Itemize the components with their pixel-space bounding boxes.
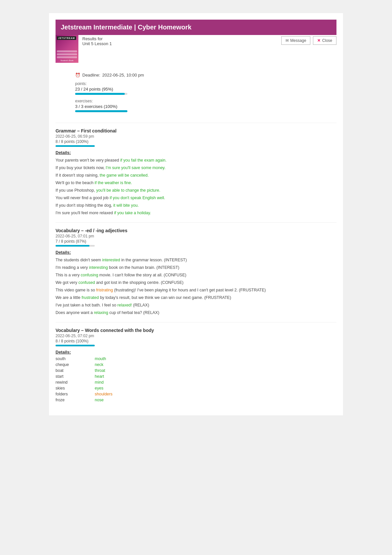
section-title-0: Grammar – First conditional: [56, 128, 336, 133]
sentence-row-1-2: This is a very confusing movie. I can't …: [56, 272, 336, 278]
results-for-label: Results for: [82, 36, 281, 41]
sentence-row-1-6: I've just taken a hot bath. I feel so re…: [56, 302, 336, 308]
highlight-0-0: if you fail the exam again.: [120, 158, 167, 163]
highlight-0-1: I'm sure you'll save some money.: [106, 165, 166, 170]
vocab-val-2-5: eyes: [95, 386, 103, 390]
points-progress-bar: [75, 93, 127, 95]
highlight-0-2: the game will be cancelled.: [100, 173, 149, 178]
section-progress-1: [56, 245, 95, 247]
highlight-1-2: confusing: [81, 273, 98, 277]
section-0: Grammar – First conditional 2022-06-25, …: [56, 123, 336, 222]
header-buttons: ✉ Message ✕ Close: [281, 35, 336, 45]
vocab-row-2-6: folders shoulders: [56, 392, 336, 396]
message-button[interactable]: ✉ Message: [281, 36, 311, 45]
vocab-table-2: south mouth cheque neck boat throat star…: [56, 356, 336, 402]
details-label-0: Details:: [56, 150, 336, 155]
highlight-0-6: it will bite you.: [113, 203, 139, 208]
clock-icon: ⏰: [75, 73, 80, 78]
vocab-row-2-2: boat throat: [56, 368, 336, 373]
vocab-val-2-2: throat: [95, 368, 105, 373]
section-progress-2: [56, 345, 95, 346]
exercises-value: 3 / 3 exercises (100%): [75, 104, 317, 109]
section-points-0: 8 / 8 points (100%): [56, 139, 336, 144]
vocab-val-2-1: neck: [95, 362, 103, 367]
results-unit: Unit 5 Lesson 1: [82, 41, 281, 46]
sentence-row-1-3: We got very confused and got lost in the…: [56, 279, 336, 286]
section-progress-fill-1: [56, 245, 90, 247]
points-label: points:: [75, 81, 317, 86]
sentence-row-1-7: Does anyone want a relaxing cup of herba…: [56, 309, 336, 316]
vocab-row-2-0: south mouth: [56, 356, 336, 361]
vocab-val-2-6: shoulders: [95, 392, 112, 396]
message-button-label: Message: [290, 38, 306, 43]
vocab-key-2-4: rewind: [56, 380, 82, 385]
section-points-2: 8 / 8 points (100%): [56, 339, 336, 343]
section-title-2: Vocabulary – Words connected with the bo…: [56, 328, 336, 333]
book-cover: JETSTREAM Student's Book: [56, 35, 78, 63]
vocab-key-2-1: cheque: [56, 362, 82, 367]
sentence-row-0-6: If you don't stop hitting the dog, it wi…: [56, 202, 336, 209]
vocab-key-2-5: skies: [56, 386, 82, 390]
highlight-1-3: confused: [78, 280, 95, 285]
sentence-row-0-4: If you use Photoshop, you'll be able to …: [56, 187, 336, 194]
close-icon: ✕: [317, 38, 320, 43]
stats-section: ⏰ Deadline: 2022-06-25, 10:00 pm points:…: [56, 69, 336, 123]
points-progress-fill: [75, 93, 125, 95]
book-line: [57, 53, 77, 55]
vocab-key-2-6: folders: [56, 392, 82, 396]
section-date-2: 2022-06-25, 07:02 pm: [56, 334, 336, 338]
highlight-1-6: relaxed!: [117, 303, 132, 307]
vocab-val-2-3: heart: [95, 374, 104, 379]
section-date-1: 2022-06-25, 07:01 pm: [56, 234, 336, 238]
highlight-0-3: if the weather is fine.: [95, 181, 132, 185]
sentence-row-0-2: If it doesn't stop raining, the game wil…: [56, 172, 336, 179]
section-1: Vocabulary – -ed / -ing adjectives 2022-…: [56, 222, 336, 322]
envelope-icon: ✉: [286, 38, 289, 43]
vocab-val-2-4: mind: [95, 380, 104, 385]
sentence-row-1-5: We are a little frustrated by today's re…: [56, 294, 336, 301]
close-button-label: Close: [322, 38, 332, 43]
section-2: Vocabulary – Words connected with the bo…: [56, 322, 336, 409]
points-value: 23 / 24 points (95%): [75, 87, 317, 92]
section-title-1: Vocabulary – -ed / -ing adjectives: [56, 228, 336, 233]
vocab-row-2-3: start heart: [56, 374, 336, 379]
highlight-0-4: you'll be able to change the picture.: [96, 188, 160, 193]
book-lines: [57, 50, 77, 58]
section-progress-fill-0: [56, 145, 95, 147]
highlight-1-7: relaxing: [94, 310, 108, 315]
sentence-row-0-7: I'm sure you'll feel more relaxed if you…: [56, 210, 336, 216]
header-top: JETSTREAM Student's Book Results for Uni…: [56, 35, 336, 63]
vocab-val-2-7: nose: [95, 398, 104, 402]
highlight-0-7: if you take a holiday.: [114, 211, 151, 215]
section-date-0: 2022-06-25, 06:59 pm: [56, 134, 336, 139]
vocab-row-2-7: froze nose: [56, 398, 336, 402]
section-points-1: 7 / 8 points (87%): [56, 239, 336, 244]
highlight-1-1: interesting: [89, 265, 108, 270]
book-logo: JETSTREAM: [57, 36, 76, 40]
highlight-1-0: interested: [102, 258, 120, 262]
exercises-progress-bar: [75, 110, 127, 112]
exercises-label: exercises:: [75, 99, 317, 103]
book-line: [57, 50, 77, 52]
sentence-row-1-1: I'm reading a very interesting book on t…: [56, 264, 336, 271]
highlight-1-4: fristrating: [96, 288, 113, 292]
header-title: Jetstream Intermediate | Cyber Homework: [61, 24, 191, 31]
sentence-row-0-1: If you buy your tickets now, I'm sure yo…: [56, 165, 336, 171]
vocab-key-2-0: south: [56, 356, 82, 361]
section-progress-0: [56, 145, 95, 147]
close-button[interactable]: ✕ Close: [313, 36, 336, 45]
section-progress-fill-2: [56, 345, 95, 346]
deadline-row: ⏰ Deadline: 2022-06-25, 10:00 pm: [75, 73, 317, 78]
details-label-2: Details:: [56, 350, 336, 355]
sentence-row-1-4: This video game is so fristrating (frust…: [56, 287, 336, 293]
sentence-row-0-0: Your parents won't be very pleased if yo…: [56, 157, 336, 164]
sections-container: Grammar – First conditional 2022-06-25, …: [56, 123, 336, 409]
deadline-value: 2022-06-25, 10:00 pm: [102, 73, 144, 78]
sentence-row-1-0: The students didn't seem interested in t…: [56, 257, 336, 263]
vocab-key-2-3: start: [56, 374, 82, 379]
vocab-row-2-1: cheque neck: [56, 362, 336, 367]
sentence-row-0-3: We'll go to the beach if the weather is …: [56, 180, 336, 186]
highlight-0-5: if you don't speak English well.: [110, 196, 165, 200]
details-label-1: Details:: [56, 250, 336, 255]
vocab-key-2-2: boat: [56, 368, 82, 373]
